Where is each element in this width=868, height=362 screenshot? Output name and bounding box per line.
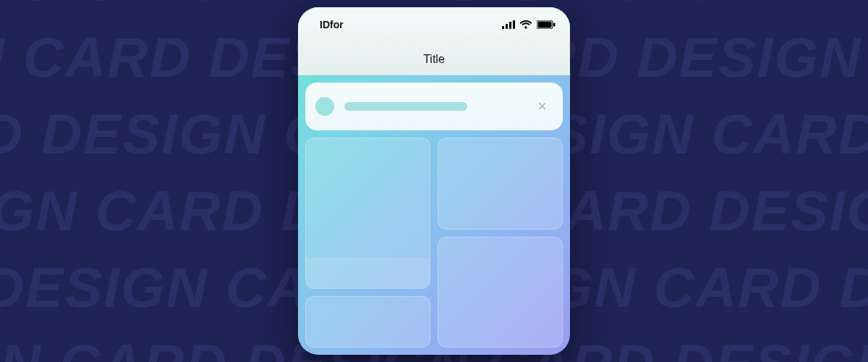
- search-card[interactable]: ×: [305, 83, 563, 130]
- search-text-placeholder: [344, 102, 467, 111]
- phone-mockup: IDfor Title ×: [298, 7, 570, 355]
- svg-rect-3: [513, 20, 515, 29]
- nav-bar: Title: [298, 43, 570, 75]
- card-tile[interactable]: [438, 237, 563, 348]
- svg-rect-6: [553, 23, 556, 27]
- card-tile[interactable]: [305, 296, 430, 348]
- grid-column-right: [438, 138, 563, 348]
- svg-rect-2: [509, 22, 511, 29]
- grid-column-left: [305, 138, 430, 348]
- page-title: Title: [423, 53, 445, 66]
- cellular-icon: [502, 20, 515, 29]
- card-tile[interactable]: [438, 138, 563, 230]
- svg-rect-5: [538, 22, 552, 28]
- close-icon[interactable]: ×: [533, 94, 551, 119]
- status-bar: IDfor: [298, 7, 570, 43]
- wifi-icon: [519, 20, 532, 29]
- svg-rect-0: [502, 26, 504, 29]
- status-carrier: IDfor: [320, 19, 344, 30]
- status-indicators: [502, 20, 556, 29]
- card-grid: [305, 138, 563, 348]
- card-tile[interactable]: [305, 138, 430, 289]
- avatar-placeholder: [315, 97, 334, 116]
- content-area: ×: [298, 75, 570, 355]
- svg-rect-1: [506, 24, 508, 29]
- battery-icon: [537, 20, 556, 29]
